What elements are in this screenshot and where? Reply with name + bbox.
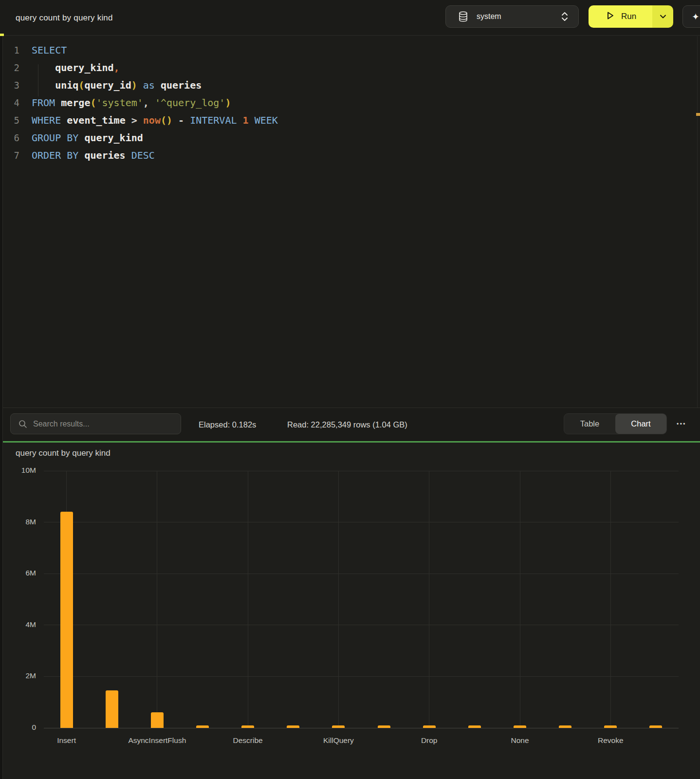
query-title: query count by query kind	[16, 0, 113, 36]
bar	[468, 725, 481, 728]
sparkle-icon: ✦	[692, 11, 700, 22]
chevron-down-icon	[660, 12, 666, 21]
bar	[378, 725, 390, 728]
bar	[60, 512, 73, 728]
chevrons-up-down-icon	[561, 11, 569, 22]
code-line: 4FROM merge('system', '^query_log')	[0, 94, 700, 111]
bar	[287, 725, 299, 728]
bar	[106, 690, 118, 728]
code-line: 7ORDER BY queries DESC	[0, 147, 700, 164]
x-axis-label: KillQuery	[295, 736, 382, 745]
code-lines: 1SELECT2 query_kind,3 uniq(query_id) as …	[0, 41, 700, 164]
run-button-group: Run	[589, 5, 673, 28]
indent-guide	[38, 64, 38, 96]
code-text: FROM merge('system', '^query_log')	[19, 94, 231, 111]
bar	[332, 725, 345, 728]
x-gridline	[429, 471, 429, 728]
line-number: 4	[0, 94, 19, 111]
results-toolbar: Elapsed: 0.182s Read: 22,285,349 rows (1…	[0, 408, 700, 441]
bar	[559, 725, 571, 728]
database-selector[interactable]: system	[445, 5, 579, 28]
bar	[649, 725, 662, 728]
x-axis-label: None	[476, 736, 564, 745]
line-number: 7	[0, 147, 19, 164]
run-button[interactable]: Run	[589, 5, 652, 28]
run-options-button[interactable]	[652, 5, 673, 28]
y-axis-label: 8M	[7, 518, 36, 526]
y-gridline	[44, 522, 679, 522]
code-text: SELECT	[19, 41, 67, 59]
code-line: 5WHERE event_time > now() - INTERVAL 1 W…	[0, 111, 700, 129]
code-line: 2 query_kind,	[0, 59, 700, 76]
y-axis-label: 0	[7, 723, 36, 732]
run-button-label: Run	[621, 12, 636, 21]
app-window: query count by query kind system	[0, 0, 700, 779]
bar	[423, 725, 436, 728]
play-icon	[605, 10, 615, 23]
view-toggle: Table Chart	[564, 413, 667, 434]
code-line: 1SELECT	[0, 41, 700, 59]
y-gridline	[44, 625, 679, 625]
y-axis-label: 10M	[7, 466, 36, 475]
code-text: uniq(query_id) as queries	[19, 76, 202, 94]
search-results-box	[10, 413, 181, 434]
database-icon	[459, 11, 468, 22]
code-line: 6GROUP BY query_kind	[0, 129, 700, 147]
bar	[604, 725, 617, 728]
bar	[151, 712, 164, 728]
sql-editor[interactable]: 1SELECT2 query_kind,3 uniq(query_id) as …	[0, 36, 700, 408]
elapsed-stat: Elapsed: 0.182s	[199, 408, 256, 442]
chart-panel: query count by query kind 02M4M6M8M10MIn…	[0, 443, 700, 779]
line-number: 1	[0, 41, 19, 59]
editor-scrollbar-track[interactable]	[697, 36, 698, 408]
y-gridline	[44, 471, 679, 471]
x-axis-label: Insert	[23, 736, 111, 745]
code-text: query_kind,	[19, 59, 120, 76]
more-options-button[interactable]: •••	[671, 413, 692, 434]
x-gridline	[520, 471, 520, 728]
y-gridline	[44, 676, 679, 677]
chart-title: query count by query kind	[16, 448, 111, 458]
code-line: 3 uniq(query_id) as queries	[0, 76, 700, 94]
line-number: 2	[0, 59, 19, 76]
y-axis-label: 4M	[7, 620, 36, 629]
code-text: WHERE event_time > now() - INTERVAL 1 WE…	[19, 111, 278, 129]
window-left-edge-line	[2, 0, 3, 779]
header: query count by query kind system	[0, 0, 700, 36]
format-query-button[interactable]: ✦	[682, 5, 700, 28]
code-text: GROUP BY query_kind	[19, 129, 143, 147]
code-text: ORDER BY queries DESC	[19, 147, 155, 164]
x-gridline	[248, 471, 248, 728]
tab-table[interactable]: Table	[564, 414, 615, 434]
x-gridline	[338, 471, 339, 728]
bar	[514, 725, 526, 728]
x-gridline	[610, 471, 611, 728]
bar	[196, 725, 209, 728]
line-number: 3	[0, 76, 19, 94]
y-axis-label: 6M	[7, 569, 36, 577]
line-number: 5	[0, 111, 19, 129]
y-gridline	[44, 574, 679, 574]
scrollbar-marker	[696, 113, 700, 116]
x-axis-label: Describe	[204, 736, 292, 745]
bar	[241, 725, 254, 728]
line-number: 6	[0, 129, 19, 147]
database-selector-value: system	[477, 12, 561, 21]
x-gridline	[157, 471, 157, 728]
chart-plot-area	[44, 471, 679, 728]
search-icon	[18, 420, 27, 428]
tab-chart[interactable]: Chart	[615, 414, 666, 434]
active-tab-indicator	[0, 34, 4, 36]
search-results-input[interactable]	[33, 420, 165, 428]
read-stat: Read: 22,285,349 rows (1.04 GB)	[287, 408, 407, 442]
x-axis-label: AsyncInsertFlush	[113, 736, 201, 745]
y-gridline	[44, 728, 679, 728]
y-axis-label: 2M	[7, 671, 36, 680]
x-axis-label: Revoke	[567, 736, 654, 745]
x-axis-label: Drop	[386, 736, 473, 745]
